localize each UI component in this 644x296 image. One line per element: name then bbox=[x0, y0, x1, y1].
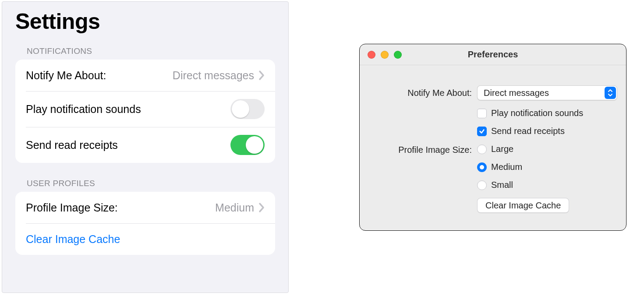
notify-me-about-row[interactable]: Notify Me About: Direct messages bbox=[15, 60, 275, 91]
chevron-right-icon bbox=[258, 202, 265, 213]
read-receipts-toggle[interactable] bbox=[230, 135, 265, 155]
play-sounds-checkbox[interactable] bbox=[477, 109, 487, 118]
select-arrows-icon bbox=[605, 87, 616, 99]
notifications-card: Notify Me About: Direct messages Play no… bbox=[15, 60, 275, 163]
mac-read-receipts-row[interactable]: Send read receipts bbox=[477, 126, 617, 136]
traffic-lights bbox=[368, 51, 402, 59]
notify-me-about-select[interactable]: Direct messages bbox=[477, 85, 617, 100]
mac-play-sounds-row[interactable]: Play notification sounds bbox=[477, 108, 617, 118]
notify-me-about-value-wrap: Direct messages bbox=[173, 69, 265, 82]
section-header-user-profiles: USER PROFILES bbox=[27, 179, 275, 188]
user-profiles-card: Profile Image Size: Medium Clear Image C… bbox=[15, 192, 275, 255]
notify-me-about-value: Direct messages bbox=[173, 69, 254, 82]
clear-image-cache-row[interactable]: Clear Image Cache bbox=[15, 223, 275, 255]
radio-large[interactable] bbox=[477, 144, 487, 154]
play-sounds-row: Play notification sounds bbox=[15, 91, 275, 127]
read-receipts-label: Send read receipts bbox=[26, 139, 118, 152]
profile-image-size-label: Profile Image Size: bbox=[26, 201, 118, 214]
profile-image-size-value: Medium bbox=[215, 201, 254, 214]
mac-image-size-label: Profile Image Size: bbox=[368, 144, 477, 155]
radio-large-label: Large bbox=[491, 144, 513, 154]
radio-small[interactable] bbox=[477, 180, 487, 190]
zoom-icon[interactable] bbox=[394, 51, 402, 59]
minimize-icon[interactable] bbox=[381, 51, 389, 59]
radio-small-label: Small bbox=[491, 180, 513, 190]
section-header-notifications: NOTIFICATIONS bbox=[27, 46, 275, 56]
mac-notify-label: Notify Me About: bbox=[368, 88, 477, 98]
profile-image-size-value-wrap: Medium bbox=[215, 201, 265, 214]
read-receipts-checkbox[interactable] bbox=[477, 127, 487, 136]
image-size-option-small[interactable]: Small bbox=[477, 180, 617, 190]
play-sounds-label: Play notification sounds bbox=[26, 103, 141, 116]
radio-medium[interactable] bbox=[477, 162, 487, 172]
play-sounds-toggle[interactable] bbox=[230, 99, 265, 119]
mac-read-receipts-label: Send read receipts bbox=[491, 126, 565, 136]
page-title: Settings bbox=[15, 9, 275, 34]
notify-me-about-select-value: Direct messages bbox=[484, 88, 549, 98]
radio-medium-label: Medium bbox=[491, 162, 522, 172]
clear-image-cache-link[interactable]: Clear Image Cache bbox=[26, 233, 120, 246]
ios-settings-panel: Settings NOTIFICATIONS Notify Me About: … bbox=[2, 1, 289, 293]
notify-me-about-label: Notify Me About: bbox=[26, 69, 106, 82]
image-size-option-medium[interactable]: Medium bbox=[477, 162, 617, 172]
image-size-radio-group: Large Medium Small bbox=[477, 144, 617, 190]
close-icon[interactable] bbox=[368, 51, 375, 59]
image-size-option-large[interactable]: Large bbox=[477, 144, 617, 154]
read-receipts-row: Send read receipts bbox=[15, 127, 275, 163]
clear-image-cache-button[interactable]: Clear Image Cache bbox=[477, 198, 569, 213]
preferences-form: Notify Me About: Direct messages Play no… bbox=[360, 65, 626, 230]
mac-preferences-window: Preferences Notify Me About: Direct mess… bbox=[359, 44, 626, 231]
profile-image-size-row[interactable]: Profile Image Size: Medium bbox=[15, 192, 275, 223]
window-title: Preferences bbox=[468, 49, 518, 60]
chevron-right-icon bbox=[258, 70, 265, 81]
titlebar[interactable]: Preferences bbox=[360, 44, 626, 65]
mac-play-sounds-label: Play notification sounds bbox=[491, 108, 583, 118]
